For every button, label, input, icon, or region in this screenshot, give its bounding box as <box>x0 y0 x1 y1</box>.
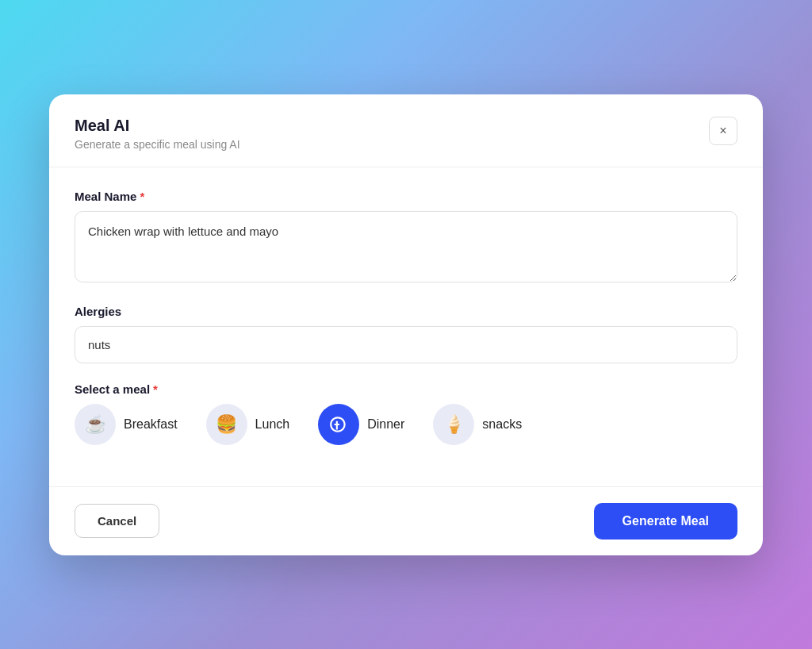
allergies-field-group: Alergies <box>75 305 737 363</box>
lunch-icon: 🍔 <box>206 404 247 445</box>
select-meal-field-group: Select a meal * ☕ Breakfast 🍔 Lunch <box>75 382 737 445</box>
allergies-label: Alergies <box>75 305 737 318</box>
meal-option-breakfast[interactable]: ☕ Breakfast <box>75 404 178 445</box>
generate-meal-button[interactable]: Generate Meal <box>594 503 737 540</box>
dialog-footer: Cancel Generate Meal <box>49 486 763 555</box>
close-button[interactable]: × <box>709 117 737 145</box>
meal-name-input[interactable]: Chicken wrap with lettuce and mayo <box>75 211 737 282</box>
meal-name-label: Meal Name * <box>75 190 737 203</box>
dialog-title: Meal AI <box>75 117 240 135</box>
dialog-header: Meal AI Generate a specific meal using A… <box>49 94 763 167</box>
dialog-body: Meal Name * Chicken wrap with lettuce an… <box>49 167 763 486</box>
required-indicator: * <box>140 190 144 203</box>
lunch-label: Lunch <box>255 417 290 432</box>
select-required-indicator: * <box>153 382 158 396</box>
meal-ai-dialog: Meal AI Generate a specific meal using A… <box>49 94 763 555</box>
allergies-input[interactable] <box>75 326 737 363</box>
dinner-icon <box>318 404 359 445</box>
meal-option-snacks[interactable]: 🍦 snacks <box>433 404 522 445</box>
breakfast-icon: ☕ <box>75 404 116 445</box>
meal-options-container: ☕ Breakfast 🍔 Lunch Dinner <box>75 404 737 445</box>
meal-option-lunch[interactable]: 🍔 Lunch <box>206 404 290 445</box>
snacks-icon: 🍦 <box>433 404 474 445</box>
meal-name-field-group: Meal Name * Chicken wrap with lettuce an… <box>75 190 737 286</box>
select-meal-label: Select a meal * <box>75 382 737 396</box>
snacks-label: snacks <box>482 417 522 432</box>
dialog-subtitle: Generate a specific meal using AI <box>75 138 240 151</box>
dinner-label: Dinner <box>367 417 404 432</box>
breakfast-label: Breakfast <box>124 417 178 432</box>
meal-option-dinner[interactable]: Dinner <box>318 404 404 445</box>
cancel-button[interactable]: Cancel <box>75 504 159 538</box>
header-text: Meal AI Generate a specific meal using A… <box>75 117 240 151</box>
close-icon: × <box>719 124 726 138</box>
